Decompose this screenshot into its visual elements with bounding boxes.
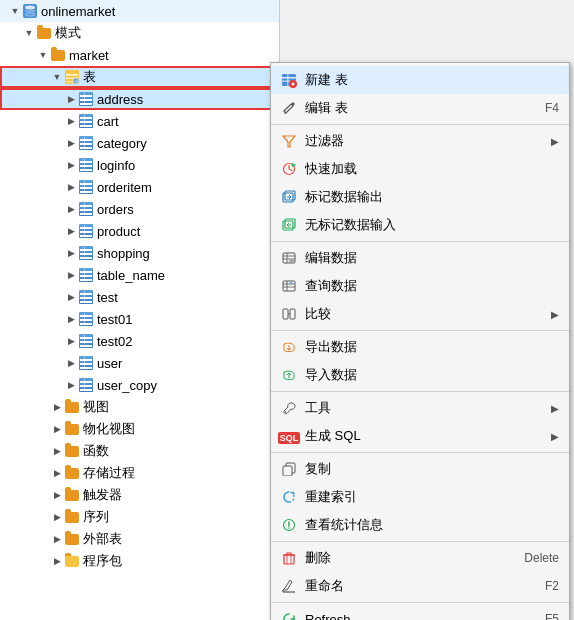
- toggle-sequences[interactable]: [50, 510, 64, 524]
- rename-shortcut: F2: [545, 579, 559, 593]
- toggle-test[interactable]: [64, 290, 78, 304]
- menu-item-stats[interactable]: 查看统计信息: [271, 511, 569, 539]
- toggle-procs[interactable]: [50, 466, 64, 480]
- divider-6: [271, 541, 569, 542]
- address-label: address: [97, 92, 143, 107]
- product-icon: [78, 223, 94, 239]
- menu-item-export-data[interactable]: 标记数据输出: [271, 183, 569, 211]
- toggle-test01[interactable]: [64, 312, 78, 326]
- toggle-onlinemarket[interactable]: [8, 4, 22, 18]
- tree-item-sequences[interactable]: 序列: [0, 506, 279, 528]
- tree-item-matviews[interactable]: 物化视图: [0, 418, 279, 440]
- tree-item-procs[interactable]: 存储过程: [0, 462, 279, 484]
- tree-item-funcs[interactable]: 函数: [0, 440, 279, 462]
- fast-load-icon: [279, 159, 299, 179]
- menu-item-import-data[interactable]: 无标记数据输入: [271, 211, 569, 239]
- toggle-mode[interactable]: [22, 26, 36, 40]
- compare-arrow: ▶: [551, 309, 559, 320]
- tree-item-loginfo[interactable]: loginfo: [0, 154, 279, 176]
- tree-item-test02[interactable]: test02: [0, 330, 279, 352]
- toggle-category[interactable]: [64, 136, 78, 150]
- orders-icon: [78, 201, 94, 217]
- tree-item-product[interactable]: product: [0, 220, 279, 242]
- tree-item-test01[interactable]: test01: [0, 308, 279, 330]
- tree-item-address[interactable]: address: [0, 88, 279, 110]
- menu-item-copy[interactable]: 复制: [271, 455, 569, 483]
- procs-label: 存储过程: [83, 464, 135, 482]
- toggle-address[interactable]: [64, 92, 78, 106]
- reindex-icon: [279, 487, 299, 507]
- tree-item-onlinemarket[interactable]: onlinemarket: [0, 0, 279, 22]
- sequences-label: 序列: [83, 508, 109, 526]
- menu-item-filter[interactable]: 过滤器 ▶: [271, 127, 569, 155]
- menu-item-fast-load[interactable]: 快速加载: [271, 155, 569, 183]
- triggers-label: 触发器: [83, 486, 122, 504]
- tree-item-cart[interactable]: cart: [0, 110, 279, 132]
- divider-5: [271, 452, 569, 453]
- orderitem-icon: [78, 179, 94, 195]
- delete-icon: [279, 548, 299, 568]
- toggle-loginfo[interactable]: [64, 158, 78, 172]
- toggle-funcs[interactable]: [50, 444, 64, 458]
- menu-item-import2[interactable]: 导入数据: [271, 361, 569, 389]
- svg-rect-34: [290, 309, 295, 319]
- menu-item-rename[interactable]: 重命名 F2: [271, 572, 569, 600]
- menu-item-new-table[interactable]: 新建 表: [271, 66, 569, 94]
- toggle-tablename[interactable]: [64, 268, 78, 282]
- tree-item-packages[interactable]: 程序包: [0, 550, 279, 572]
- menu-item-edit-data[interactable]: 编辑数据: [271, 244, 569, 272]
- toggle-market[interactable]: [36, 48, 50, 62]
- tree-item-orderitem[interactable]: orderitem: [0, 176, 279, 198]
- toggle-usercopy[interactable]: [64, 378, 78, 392]
- toggle-triggers[interactable]: [50, 488, 64, 502]
- tree-item-orders[interactable]: orders: [0, 198, 279, 220]
- menu-item-edit-table[interactable]: 编辑 表 F4: [271, 94, 569, 122]
- tree-item-test[interactable]: test: [0, 286, 279, 308]
- rename-label: 重命名: [305, 577, 537, 595]
- category-icon: [78, 135, 94, 151]
- menu-item-compare[interactable]: 比较 ▶: [271, 300, 569, 328]
- tree-item-mode[interactable]: 模式: [0, 22, 279, 44]
- svg-point-36: [285, 411, 287, 413]
- toggle-packages[interactable]: [50, 554, 64, 568]
- product-label: product: [97, 224, 140, 239]
- tree-item-foreigntables[interactable]: 外部表: [0, 528, 279, 550]
- toggle-foreigntables[interactable]: [50, 532, 64, 546]
- export-data-label: 标记数据输出: [305, 188, 559, 206]
- address-table-icon: [78, 91, 94, 107]
- menu-item-refresh[interactable]: Refresh F5: [271, 605, 569, 620]
- delete-shortcut: Delete: [524, 551, 559, 565]
- toggle-orders[interactable]: [64, 202, 78, 216]
- toggle-test02[interactable]: [64, 334, 78, 348]
- menu-item-export2[interactable]: 导出数据: [271, 333, 569, 361]
- svg-rect-27: [289, 260, 294, 262]
- toggle-orderitem[interactable]: [64, 180, 78, 194]
- tree-item-usercopy[interactable]: user_copy: [0, 374, 279, 396]
- toggle-tables[interactable]: [50, 70, 64, 84]
- toggle-product[interactable]: [64, 224, 78, 238]
- toggle-cart[interactable]: [64, 114, 78, 128]
- tree-item-triggers[interactable]: 触发器: [0, 484, 279, 506]
- menu-item-reindex[interactable]: 重建索引: [271, 483, 569, 511]
- query-data-icon: [279, 276, 299, 296]
- tree-item-tablename[interactable]: table_name: [0, 264, 279, 286]
- packages-icon: [64, 553, 80, 569]
- toggle-user[interactable]: [64, 356, 78, 370]
- toggle-views[interactable]: [50, 400, 64, 414]
- tree-item-tables[interactable]: ⚙ 表: [0, 66, 279, 88]
- tree-item-views[interactable]: 视图: [0, 396, 279, 418]
- tables-icon: ⚙: [64, 69, 80, 85]
- tree-item-shopping[interactable]: shopping: [0, 242, 279, 264]
- toggle-matviews[interactable]: [50, 422, 64, 436]
- menu-item-tool[interactable]: 工具 ▶: [271, 394, 569, 422]
- tree-item-category[interactable]: category: [0, 132, 279, 154]
- menu-item-gen-sql[interactable]: SQL 生成 SQL ▶: [271, 422, 569, 450]
- svg-rect-11: [282, 77, 296, 79]
- toggle-shopping[interactable]: [64, 246, 78, 260]
- menu-item-delete[interactable]: 删除 Delete: [271, 544, 569, 572]
- tree-item-user[interactable]: user: [0, 352, 279, 374]
- tree-item-market[interactable]: market: [0, 44, 279, 66]
- menu-item-query-data[interactable]: 查询数据: [271, 272, 569, 300]
- tool-icon: [279, 398, 299, 418]
- copy-label: 复制: [305, 460, 559, 478]
